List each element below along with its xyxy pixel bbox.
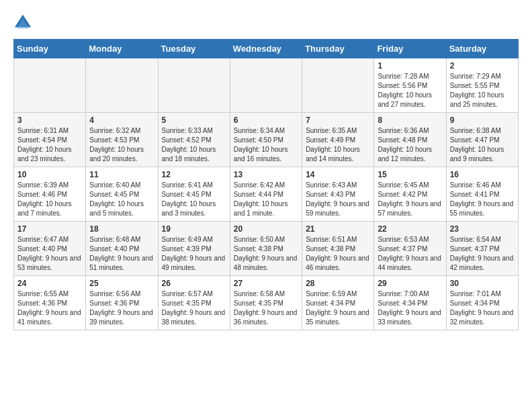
day-number: 13: [234, 170, 298, 179]
day-info: Sunrise: 6:41 AM Sunset: 4:45 PM Dayligh…: [162, 181, 226, 218]
calendar-day-cell: 23Sunrise: 6:54 AM Sunset: 4:37 PM Dayli…: [446, 222, 518, 276]
calendar-header-cell: Thursday: [302, 40, 374, 58]
day-number: 11: [89, 170, 154, 179]
calendar-day-cell: [230, 58, 302, 113]
day-info: Sunrise: 7:01 AM Sunset: 4:34 PM Dayligh…: [450, 289, 515, 327]
day-number: 19: [162, 224, 226, 234]
calendar-header-row: SundayMondayTuesdayWednesdayThursdayFrid…: [14, 40, 519, 58]
day-info: Sunrise: 6:49 AM Sunset: 4:39 PM Dayligh…: [162, 235, 226, 273]
day-number: 16: [450, 170, 515, 179]
day-info: Sunrise: 7:00 AM Sunset: 4:34 PM Dayligh…: [378, 289, 442, 327]
day-info: Sunrise: 6:46 AM Sunset: 4:41 PM Dayligh…: [450, 181, 515, 218]
calendar-day-cell: 3Sunrise: 6:31 AM Sunset: 4:54 PM Daylig…: [14, 113, 86, 167]
day-info: Sunrise: 6:42 AM Sunset: 4:44 PM Dayligh…: [234, 181, 298, 218]
day-number: 27: [234, 279, 298, 288]
calendar-day-cell: 8Sunrise: 6:36 AM Sunset: 4:48 PM Daylig…: [374, 113, 446, 167]
calendar-header-cell: Friday: [374, 40, 446, 58]
calendar-day-cell: 22Sunrise: 6:53 AM Sunset: 4:37 PM Dayli…: [374, 222, 446, 276]
calendar-day-cell: 12Sunrise: 6:41 AM Sunset: 4:45 PM Dayli…: [158, 167, 230, 222]
calendar-body: 1Sunrise: 7:28 AM Sunset: 5:56 PM Daylig…: [14, 58, 519, 330]
day-number: 9: [450, 116, 515, 125]
calendar-day-cell: 13Sunrise: 6:42 AM Sunset: 4:44 PM Dayli…: [230, 167, 302, 222]
calendar-week-row: 17Sunrise: 6:47 AM Sunset: 4:40 PM Dayli…: [14, 222, 519, 276]
day-number: 14: [306, 170, 370, 179]
day-info: Sunrise: 6:55 AM Sunset: 4:36 PM Dayligh…: [17, 289, 82, 327]
calendar-day-cell: 25Sunrise: 6:56 AM Sunset: 4:36 PM Dayli…: [86, 276, 158, 330]
calendar-header-cell: Tuesday: [158, 40, 230, 58]
day-info: Sunrise: 6:50 AM Sunset: 4:38 PM Dayligh…: [234, 235, 298, 273]
calendar-header-cell: Monday: [86, 40, 158, 58]
day-info: Sunrise: 6:59 AM Sunset: 4:34 PM Dayligh…: [306, 289, 370, 327]
calendar-day-cell: 9Sunrise: 6:38 AM Sunset: 4:47 PM Daylig…: [446, 113, 518, 167]
calendar-day-cell: [86, 58, 158, 113]
day-info: Sunrise: 6:51 AM Sunset: 4:38 PM Dayligh…: [306, 235, 370, 273]
calendar-day-cell: 15Sunrise: 6:45 AM Sunset: 4:42 PM Dayli…: [374, 167, 446, 222]
calendar-day-cell: 24Sunrise: 6:55 AM Sunset: 4:36 PM Dayli…: [14, 276, 86, 330]
calendar-day-cell: [158, 58, 230, 113]
day-info: Sunrise: 7:28 AM Sunset: 5:56 PM Dayligh…: [378, 72, 442, 109]
day-number: 22: [378, 224, 442, 234]
day-info: Sunrise: 6:36 AM Sunset: 4:48 PM Dayligh…: [378, 126, 442, 164]
day-number: 15: [378, 170, 442, 179]
day-number: 23: [450, 224, 515, 234]
day-info: Sunrise: 6:47 AM Sunset: 4:40 PM Dayligh…: [17, 235, 82, 273]
calendar-day-cell: 1Sunrise: 7:28 AM Sunset: 5:56 PM Daylig…: [374, 58, 446, 113]
day-info: Sunrise: 6:38 AM Sunset: 4:47 PM Dayligh…: [450, 126, 515, 164]
day-info: Sunrise: 6:45 AM Sunset: 4:42 PM Dayligh…: [378, 181, 442, 218]
calendar-day-cell: 19Sunrise: 6:49 AM Sunset: 4:39 PM Dayli…: [158, 222, 230, 276]
day-number: 7: [306, 116, 370, 125]
day-number: 8: [378, 116, 442, 125]
day-number: 18: [89, 224, 154, 234]
day-info: Sunrise: 6:56 AM Sunset: 4:36 PM Dayligh…: [89, 289, 154, 327]
calendar-day-cell: 7Sunrise: 6:35 AM Sunset: 4:49 PM Daylig…: [302, 113, 374, 167]
calendar-day-cell: 10Sunrise: 6:39 AM Sunset: 4:46 PM Dayli…: [14, 167, 86, 222]
calendar-day-cell: 17Sunrise: 6:47 AM Sunset: 4:40 PM Dayli…: [14, 222, 86, 276]
day-number: 12: [162, 170, 226, 179]
day-number: 17: [17, 224, 82, 234]
calendar-header-cell: Wednesday: [230, 40, 302, 58]
calendar-week-row: 1Sunrise: 7:28 AM Sunset: 5:56 PM Daylig…: [14, 58, 519, 113]
calendar-day-cell: 14Sunrise: 6:43 AM Sunset: 4:43 PM Dayli…: [302, 167, 374, 222]
calendar-week-row: 3Sunrise: 6:31 AM Sunset: 4:54 PM Daylig…: [14, 113, 519, 167]
day-number: 4: [89, 116, 154, 125]
day-number: 2: [450, 61, 515, 71]
day-info: Sunrise: 6:33 AM Sunset: 4:52 PM Dayligh…: [162, 126, 226, 164]
day-number: 1: [378, 61, 442, 71]
day-number: 5: [162, 116, 226, 125]
calendar-week-row: 24Sunrise: 6:55 AM Sunset: 4:36 PM Dayli…: [14, 276, 519, 330]
day-number: 28: [306, 279, 370, 288]
calendar-day-cell: 4Sunrise: 6:32 AM Sunset: 4:53 PM Daylig…: [86, 113, 158, 167]
day-info: Sunrise: 6:53 AM Sunset: 4:37 PM Dayligh…: [378, 235, 442, 273]
day-info: Sunrise: 6:57 AM Sunset: 4:35 PM Dayligh…: [162, 289, 226, 327]
day-info: Sunrise: 6:35 AM Sunset: 4:49 PM Dayligh…: [306, 126, 370, 164]
day-number: 20: [234, 224, 298, 234]
day-number: 6: [234, 116, 298, 125]
calendar-day-cell: 30Sunrise: 7:01 AM Sunset: 4:34 PM Dayli…: [446, 276, 518, 330]
day-number: 30: [450, 279, 515, 288]
day-info: Sunrise: 6:32 AM Sunset: 4:53 PM Dayligh…: [89, 126, 154, 164]
calendar-day-cell: 2Sunrise: 7:29 AM Sunset: 5:55 PM Daylig…: [446, 58, 518, 113]
calendar-day-cell: 20Sunrise: 6:50 AM Sunset: 4:38 PM Dayli…: [230, 222, 302, 276]
day-info: Sunrise: 6:43 AM Sunset: 4:43 PM Dayligh…: [306, 181, 370, 218]
calendar-header-cell: Sunday: [14, 40, 86, 58]
calendar-day-cell: 21Sunrise: 6:51 AM Sunset: 4:38 PM Dayli…: [302, 222, 374, 276]
logo: [13, 13, 35, 32]
calendar-day-cell: [14, 58, 86, 113]
day-info: Sunrise: 6:48 AM Sunset: 4:40 PM Dayligh…: [89, 235, 154, 273]
day-number: 24: [17, 279, 82, 288]
calendar-header-cell: Saturday: [446, 40, 518, 58]
day-number: 10: [17, 170, 82, 179]
day-info: Sunrise: 6:40 AM Sunset: 4:45 PM Dayligh…: [89, 181, 154, 218]
day-info: Sunrise: 6:31 AM Sunset: 4:54 PM Dayligh…: [17, 126, 82, 164]
logo-icon: [13, 13, 32, 32]
calendar-day-cell: [302, 58, 374, 113]
day-number: 25: [89, 279, 154, 288]
day-info: Sunrise: 6:54 AM Sunset: 4:37 PM Dayligh…: [450, 235, 515, 273]
calendar-week-row: 10Sunrise: 6:39 AM Sunset: 4:46 PM Dayli…: [14, 167, 519, 222]
calendar-day-cell: 6Sunrise: 6:34 AM Sunset: 4:50 PM Daylig…: [230, 113, 302, 167]
day-info: Sunrise: 7:29 AM Sunset: 5:55 PM Dayligh…: [450, 72, 515, 109]
calendar-day-cell: 26Sunrise: 6:57 AM Sunset: 4:35 PM Dayli…: [158, 276, 230, 330]
calendar-day-cell: 11Sunrise: 6:40 AM Sunset: 4:45 PM Dayli…: [86, 167, 158, 222]
day-number: 29: [378, 279, 442, 288]
calendar-day-cell: 5Sunrise: 6:33 AM Sunset: 4:52 PM Daylig…: [158, 113, 230, 167]
